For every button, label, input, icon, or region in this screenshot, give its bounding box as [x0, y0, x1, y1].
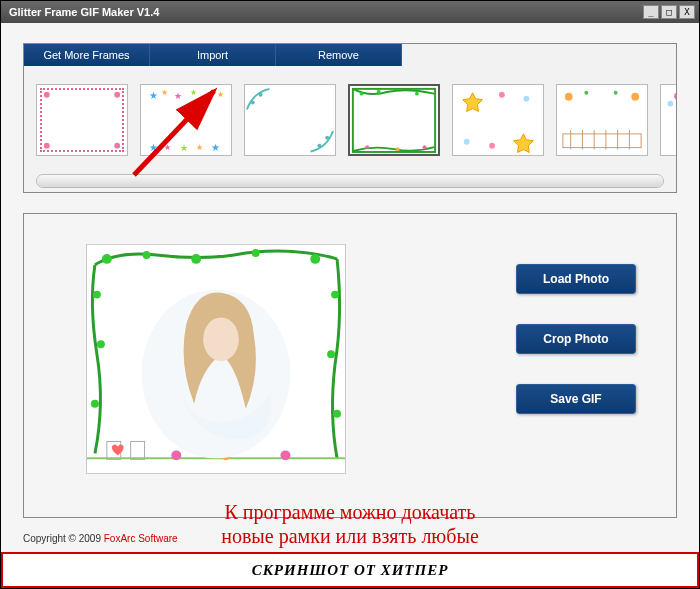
svg-text:★: ★ [174, 91, 182, 101]
svg-point-16 [259, 93, 263, 97]
svg-point-57 [171, 450, 181, 460]
app-window: Glitter Frame GIF Maker V1.4 _ □ X Get M… [0, 0, 700, 589]
frame-thumb[interactable]: ★★★★★★ ★★★★★ [140, 84, 232, 156]
footer: Copyright © 2009 FoxArc Software [23, 533, 178, 544]
remove-button[interactable]: Remove [276, 44, 402, 66]
svg-point-54 [333, 410, 341, 418]
svg-text:★: ★ [196, 143, 203, 152]
import-button[interactable]: Import [150, 44, 276, 66]
svg-point-20 [360, 92, 364, 96]
svg-point-40 [614, 91, 618, 95]
titlebar-controls: _ □ X [643, 5, 695, 19]
frame-thumb[interactable] [36, 84, 128, 156]
svg-point-26 [499, 92, 505, 98]
maximize-button[interactable]: □ [661, 5, 677, 19]
frames-scrollbar[interactable] [36, 174, 664, 188]
frame-thumb[interactable] [244, 84, 336, 156]
crop-photo-button[interactable]: Crop Photo [516, 324, 636, 354]
watermark-text: СКРИНШОТ ОТ ХИТПЕР [252, 562, 449, 579]
svg-text:★: ★ [161, 88, 168, 97]
minimize-button[interactable]: _ [643, 5, 659, 19]
close-button[interactable]: X [679, 5, 695, 19]
svg-text:★: ★ [149, 90, 158, 101]
side-buttons: Load Photo Crop Photo Save GIF [516, 264, 636, 414]
svg-point-44 [102, 254, 112, 264]
frame-thumb[interactable] [452, 84, 544, 156]
svg-text:★: ★ [204, 90, 213, 101]
svg-point-21 [377, 90, 381, 94]
svg-point-39 [584, 91, 588, 95]
svg-point-61 [203, 317, 239, 361]
svg-point-42 [668, 101, 674, 107]
save-gif-button[interactable]: Save GIF [516, 384, 636, 414]
copyright-text: Copyright © 2009 [23, 533, 104, 544]
svg-point-29 [489, 143, 495, 149]
svg-text:★: ★ [190, 88, 197, 97]
svg-point-1 [114, 92, 120, 98]
svg-point-49 [93, 291, 101, 299]
svg-point-46 [191, 254, 201, 264]
titlebar: Glitter Frame GIF Maker V1.4 _ □ X [1, 1, 699, 23]
svg-rect-19 [353, 89, 435, 152]
svg-point-17 [325, 136, 329, 140]
svg-point-59 [280, 450, 290, 460]
svg-text:★: ★ [211, 143, 220, 154]
svg-point-28 [464, 139, 470, 145]
svg-point-0 [44, 92, 50, 98]
svg-point-41 [674, 92, 676, 99]
svg-point-24 [396, 147, 400, 151]
svg-point-47 [252, 249, 260, 257]
load-photo-button[interactable]: Load Photo [516, 264, 636, 294]
preview-image [86, 244, 346, 474]
svg-point-18 [317, 144, 321, 148]
svg-point-52 [331, 291, 339, 299]
frames-panel: Get More Frames Import Remove ★★★★★★ ★★★… [23, 43, 677, 193]
frames-toolbar: Get More Frames Import Remove [24, 44, 676, 66]
svg-point-2 [44, 143, 50, 149]
svg-text:★: ★ [149, 143, 158, 154]
vendor-link[interactable]: FoxArc Software [104, 533, 178, 544]
svg-point-27 [523, 96, 529, 102]
svg-point-53 [327, 350, 335, 358]
window-title: Glitter Frame GIF Maker V1.4 [5, 6, 159, 18]
scrollbar-thumb[interactable] [37, 175, 663, 187]
frame-thumb[interactable] [348, 84, 440, 156]
frames-thumbstrip: ★★★★★★ ★★★★★ [24, 66, 676, 174]
frame-thumb[interactable] [660, 84, 676, 156]
client-area: Get More Frames Import Remove ★★★★★★ ★★★… [1, 23, 699, 588]
svg-text:★: ★ [217, 90, 224, 99]
svg-point-3 [114, 143, 120, 149]
svg-text:★: ★ [164, 143, 171, 152]
svg-point-25 [423, 145, 427, 149]
svg-point-50 [97, 340, 105, 348]
preview-panel: Load Photo Crop Photo Save GIF [23, 213, 677, 518]
frame-thumb[interactable] [556, 84, 648, 156]
svg-point-51 [91, 400, 99, 408]
svg-point-22 [415, 92, 419, 96]
get-more-frames-button[interactable]: Get More Frames [24, 44, 150, 66]
svg-text:★: ★ [180, 144, 188, 154]
svg-point-15 [251, 101, 255, 105]
svg-point-45 [143, 251, 151, 259]
svg-point-38 [631, 93, 639, 101]
svg-point-23 [365, 145, 369, 149]
watermark-box: СКРИНШОТ ОТ ХИТПЕР [1, 552, 699, 588]
svg-rect-56 [131, 441, 145, 459]
svg-point-37 [565, 93, 573, 101]
svg-point-48 [310, 254, 320, 264]
